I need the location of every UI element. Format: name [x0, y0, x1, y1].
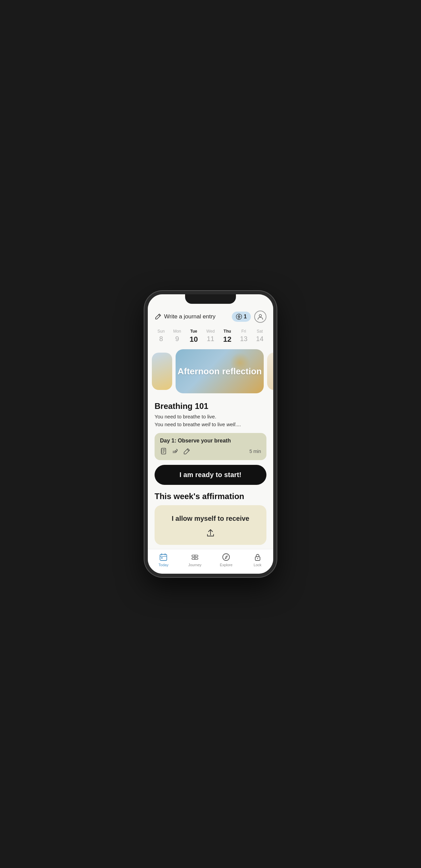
calendar-row: Sun 8 Mon 9 Tue 10 Wed 11 Thu 12 Fri 13 — [148, 326, 273, 348]
nav-item-today[interactable]: Today — [153, 553, 174, 567]
svg-point-10 — [223, 554, 229, 560]
header: Write a journal entry 1 — [148, 308, 273, 326]
start-button[interactable]: I am ready to start! — [155, 465, 266, 485]
day-number-sun: 8 — [159, 335, 163, 343]
screen: Write a journal entry 1 — [148, 294, 273, 574]
subtitle-line2: You need to breathe well to live well...… — [155, 421, 241, 427]
svg-point-9 — [194, 558, 195, 559]
day-number-fri: 13 — [240, 335, 247, 343]
lock-icon — [253, 553, 262, 561]
promo-card-small-right[interactable] — [267, 353, 273, 390]
day-card-title: Day 1: Observe your breath — [160, 438, 261, 444]
affirmation-card[interactable]: I allow myself to receive — [155, 505, 266, 545]
day-number-wed: 11 — [207, 335, 214, 343]
wind-icon — [172, 447, 180, 455]
svg-point-12 — [257, 558, 258, 559]
promo-card-title: Afternoon reflection — [178, 366, 262, 377]
promo-row: Afternoon reflection — [148, 348, 273, 399]
badge-count: 1 — [244, 314, 247, 320]
affirmation-section: This week's affirmation I allow myself t… — [148, 492, 273, 550]
calendar-day-thu[interactable]: Thu 12 — [223, 329, 231, 344]
calendar-day-sun[interactable]: Sun 8 — [158, 329, 165, 344]
write-journal-button[interactable]: Write a journal entry — [155, 313, 216, 320]
phone-frame: Write a journal entry 1 — [144, 291, 277, 577]
day-label-sat: Sat — [257, 329, 263, 334]
nav-item-journey[interactable]: Journey — [185, 553, 205, 567]
edit-icon — [183, 448, 191, 455]
journey-icon — [191, 553, 199, 561]
breathing-title: Breathing 101 — [155, 401, 266, 411]
breathing-section: Breathing 101 You need to breathe to liv… — [148, 399, 273, 492]
calendar-day-mon[interactable]: Mon 9 — [173, 329, 181, 344]
svg-rect-5 — [161, 557, 162, 558]
share-button[interactable] — [205, 528, 216, 538]
nav-item-lock[interactable]: Lock — [247, 553, 268, 567]
day-card-bottom: 5 min — [160, 447, 261, 455]
day-number-mon: 9 — [175, 335, 179, 343]
day-number-sat: 14 — [256, 335, 263, 343]
nav-label-today: Today — [159, 563, 168, 567]
profile-button[interactable] — [254, 311, 266, 323]
compass-icon — [222, 553, 230, 561]
day-label-sun: Sun — [158, 329, 165, 334]
share-icon — [206, 528, 215, 538]
subtitle-line1: You need to breathe to live. — [155, 414, 216, 419]
calendar-day-fri[interactable]: Fri 13 — [240, 329, 247, 344]
promo-card-main[interactable]: Afternoon reflection — [176, 349, 264, 393]
calendar-day-tue[interactable]: Tue 10 — [189, 329, 198, 344]
breathing-subtitle: You need to breathe to live. You need to… — [155, 413, 266, 428]
lightning-badge-button[interactable]: 1 — [232, 312, 251, 322]
calendar-icon — [159, 553, 168, 561]
day-label-fri: Fri — [241, 329, 246, 334]
day-card-icons — [160, 447, 191, 455]
profile-icon — [257, 313, 264, 320]
nav-label-explore: Explore — [220, 563, 233, 567]
journal-icon — [160, 447, 168, 455]
svg-rect-3 — [161, 449, 162, 453]
affirmation-title: This week's affirmation — [155, 492, 266, 501]
promo-card-small-left[interactable] — [152, 353, 172, 390]
header-right: 1 — [232, 311, 266, 323]
notch — [185, 294, 236, 304]
nav-item-explore[interactable]: Explore — [216, 553, 236, 567]
svg-point-8 — [194, 555, 195, 556]
svg-point-1 — [259, 315, 262, 317]
write-journal-label: Write a journal entry — [164, 313, 216, 320]
day-number-thu: 12 — [223, 335, 231, 344]
day-card[interactable]: Day 1: Observe your breath — [155, 433, 266, 460]
nav-label-lock: Lock — [254, 563, 261, 567]
day-label-thu: Thu — [224, 329, 231, 334]
pencil-icon — [155, 313, 161, 320]
day-label-mon: Mon — [173, 329, 181, 334]
day-label-wed: Wed — [206, 329, 215, 334]
day-number-tue: 10 — [189, 335, 198, 344]
nav-label-journey: Journey — [188, 563, 201, 567]
calendar-day-wed[interactable]: Wed 11 — [206, 329, 215, 344]
day-duration: 5 min — [249, 449, 261, 454]
bottom-nav: Today Journey — [148, 549, 273, 574]
lightning-icon — [236, 314, 242, 320]
affirmation-text: I allow myself to receive — [172, 515, 249, 522]
svg-rect-4 — [160, 554, 167, 560]
day-label-tue: Tue — [190, 329, 197, 334]
calendar-day-sat[interactable]: Sat 14 — [256, 329, 263, 344]
